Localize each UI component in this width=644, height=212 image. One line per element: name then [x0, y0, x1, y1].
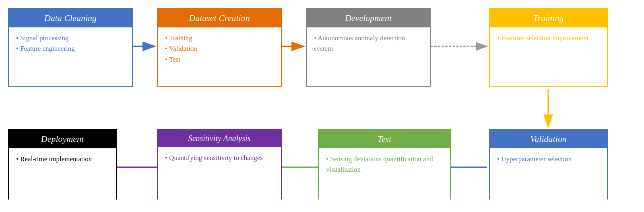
sensitivity-item-1: • Quantifying sensitivity to changes — [165, 153, 274, 163]
test-header: Test — [319, 130, 450, 148]
development-box: Development • Autonomous anomaly detecti… — [306, 8, 431, 87]
deployment-header: Deployment — [9, 130, 116, 148]
data-cleaning-item-2: • Feature engineering — [16, 44, 125, 54]
sensitivity-body: • Quantifying sensitivity to changes — [158, 147, 281, 200]
sensitivity-box: Sensitivity Analysis • Quantifying sensi… — [157, 129, 282, 200]
development-header: Development — [307, 9, 430, 27]
training-header: Training — [490, 9, 607, 27]
data-cleaning-header: Data Cleaning — [9, 9, 132, 27]
dataset-creation-box: Dataset Creation • Training • Validation… — [157, 8, 282, 87]
diagram: Data Cleaning • Signal processing • Feat… — [0, 0, 644, 212]
deployment-box: Deployment • Real-time implementation — [8, 129, 117, 200]
dataset-item-3: • Test — [165, 54, 274, 65]
dataset-item-1: • Training — [165, 33, 274, 44]
dataset-creation-header: Dataset Creation — [158, 9, 281, 27]
development-body: • Autonomous anomaly detection system — [307, 27, 430, 86]
test-body: • Sensing deviations quantification and … — [319, 148, 450, 201]
test-item-1: • Sensing deviations quantification and … — [326, 154, 443, 175]
data-cleaning-box: Data Cleaning • Signal processing • Feat… — [8, 8, 133, 87]
deployment-body: • Real-time implementation — [9, 148, 116, 201]
validation-header: Validation — [490, 130, 607, 148]
dataset-creation-body: • Training • Validation • Test — [158, 27, 281, 86]
validation-body: • Hyperparameter selection — [490, 148, 607, 201]
dataset-item-2: • Validation — [165, 44, 274, 54]
training-item-1: • Features selection improvement — [497, 33, 600, 44]
sensitivity-header: Sensitivity Analysis — [158, 130, 281, 147]
development-item-1: • Autonomous anomaly detection system — [314, 33, 423, 54]
data-cleaning-item-1: • Signal processing — [16, 33, 125, 44]
training-box: Training • Features selection improvemen… — [489, 8, 608, 87]
validation-box: Validation • Hyperparameter selection — [489, 129, 608, 200]
test-box: Test • Sensing deviations quantification… — [318, 129, 451, 200]
training-body: • Features selection improvement — [490, 27, 607, 86]
data-cleaning-body: • Signal processing • Feature engineerin… — [9, 27, 132, 86]
validation-item-1: • Hyperparameter selection — [497, 154, 600, 164]
deployment-item-1: • Real-time implementation — [16, 154, 109, 164]
